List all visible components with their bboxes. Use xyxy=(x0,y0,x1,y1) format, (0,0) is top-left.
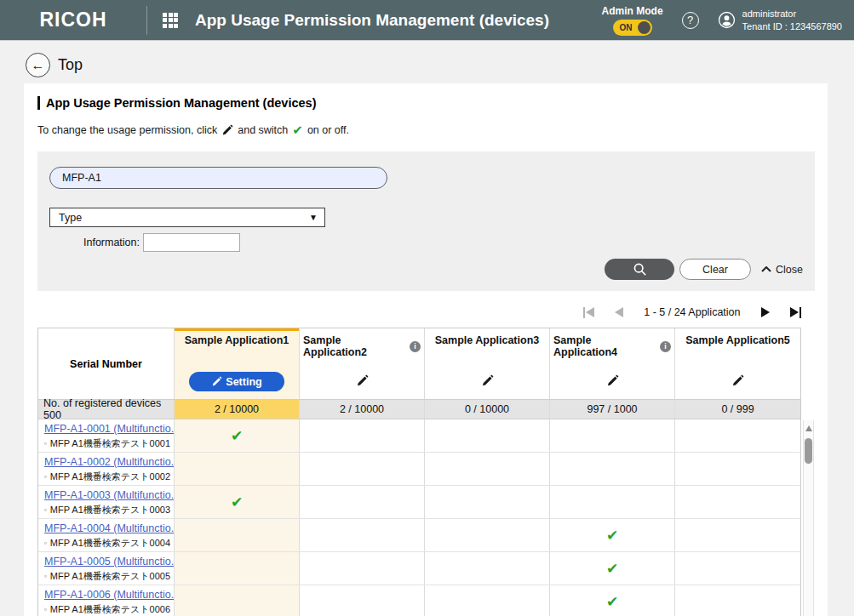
permission-cell[interactable]: ✔ xyxy=(175,419,300,452)
info-icon[interactable]: i xyxy=(660,341,671,352)
device-cell: MFP-A1-0004 (Multifunctio...MFP A1機番検索テス… xyxy=(38,519,175,551)
permission-cell[interactable] xyxy=(300,552,425,585)
info-icon[interactable]: i xyxy=(410,341,421,352)
search-actions: Clear Close xyxy=(605,259,803,280)
app-grid-icon[interactable] xyxy=(163,13,178,28)
setting-button[interactable]: Setting xyxy=(189,372,284,391)
permission-cell[interactable] xyxy=(300,519,425,551)
permission-cell[interactable]: ✔ xyxy=(550,519,675,551)
page-title: App Usage Permission Management (devices… xyxy=(37,96,317,110)
registered-devices-row: No. of registered devices 500 2 / 10000 … xyxy=(38,400,800,419)
device-link[interactable]: MFP-A1-0003 (Multifunctio... xyxy=(44,489,170,501)
next-page-button[interactable] xyxy=(761,307,770,317)
search-button[interactable] xyxy=(605,259,674,280)
prev-page-button[interactable] xyxy=(615,307,623,317)
device-rows: MFP-A1-0001 (Multifunctio...MFP A1機番検索テス… xyxy=(38,419,800,616)
header-divider xyxy=(146,6,147,35)
permission-cell[interactable] xyxy=(425,552,550,585)
permission-cell[interactable] xyxy=(675,419,800,452)
permission-cell[interactable] xyxy=(550,453,675,485)
information-input[interactable] xyxy=(143,233,240,252)
permission-cell[interactable] xyxy=(300,585,425,616)
check-icon: ✔ xyxy=(231,495,243,510)
device-note-icon xyxy=(44,539,47,548)
last-page-button[interactable] xyxy=(790,307,802,318)
device-subtext: MFP A1機番検索テスト0004 xyxy=(44,537,170,550)
permission-cell[interactable] xyxy=(675,519,800,551)
scrollbar-thumb[interactable] xyxy=(805,438,812,464)
device-cell: MFP-A1-0005 (Multifunctio...MFP A1機番検索テス… xyxy=(38,552,175,585)
permission-cell[interactable] xyxy=(675,585,800,616)
permission-cell[interactable] xyxy=(425,519,550,551)
device-link[interactable]: MFP-A1-0006 (Multifunctio... xyxy=(44,589,170,601)
permission-cell[interactable] xyxy=(175,552,300,585)
permission-cell[interactable] xyxy=(175,585,300,616)
permission-cell[interactable] xyxy=(300,486,425,518)
permission-cell[interactable] xyxy=(425,453,550,485)
permission-cell[interactable] xyxy=(550,486,675,518)
device-subtext: MFP A1機番検索テスト0003 xyxy=(44,504,170,516)
first-page-button[interactable] xyxy=(583,307,595,318)
scroll-up-icon[interactable] xyxy=(805,425,812,431)
admin-mode-toggle[interactable]: ON xyxy=(613,20,652,36)
permission-cell[interactable] xyxy=(675,552,800,585)
device-link[interactable]: MFP-A1-0001 (Multifunctio... xyxy=(44,423,170,435)
permission-cell[interactable] xyxy=(675,486,800,518)
permission-cell[interactable] xyxy=(175,453,300,485)
top-bar: RICOH App Usage Permission Management (d… xyxy=(0,0,854,41)
permission-cell[interactable]: ✔ xyxy=(550,552,675,585)
instruction-text: To change the usage permission, click an… xyxy=(37,123,349,138)
permission-cell[interactable] xyxy=(425,585,550,616)
device-link[interactable]: MFP-A1-0005 (Multifunctio... xyxy=(44,556,170,568)
permission-cell[interactable]: ✔ xyxy=(550,585,675,616)
pencil-icon xyxy=(731,374,744,387)
back-label: Top xyxy=(58,56,83,74)
device-cell: MFP-A1-0006 (Multifunctio...MFP A1機番検索テス… xyxy=(38,585,175,616)
setting-label: Setting xyxy=(226,376,261,388)
keyword-search-input[interactable] xyxy=(49,167,387,189)
app-column-header-2: Sample Application2i xyxy=(300,328,425,399)
device-cell: MFP-A1-0003 (Multifunctio...MFP A1機番検索テス… xyxy=(38,486,175,518)
app3-count: 0 / 10000 xyxy=(425,400,550,419)
user-info-text: administrator Tenant ID : 1234567890 xyxy=(742,8,842,32)
permission-cell[interactable]: ✔ xyxy=(175,486,300,518)
permission-cell[interactable] xyxy=(675,453,800,485)
app4-name: Sample Application4 xyxy=(553,334,656,358)
app3-name: Sample Application3 xyxy=(435,334,539,346)
permission-cell[interactable] xyxy=(425,419,550,452)
app5-count: 0 / 999 xyxy=(675,400,800,419)
edit-pencil-button[interactable] xyxy=(481,374,494,391)
type-select[interactable]: Type ▼ xyxy=(49,208,325,227)
device-note-icon xyxy=(44,439,47,448)
device-link[interactable]: MFP-A1-0002 (Multifunctio... xyxy=(44,456,170,468)
permission-cell[interactable] xyxy=(175,519,300,551)
app-column-header-1: Sample Application1 Setting xyxy=(175,328,300,399)
clear-button[interactable]: Clear xyxy=(679,259,751,280)
table-row: MFP-A1-0002 (Multifunctio...MFP A1機番検索テス… xyxy=(38,453,800,486)
user-avatar-icon xyxy=(718,11,736,29)
toggle-knob-icon xyxy=(638,21,651,34)
information-label: Information: xyxy=(49,237,143,248)
table-header-row: Serial Number Sample Application1 Settin… xyxy=(38,328,800,400)
user-block[interactable]: administrator Tenant ID : 1234567890 xyxy=(718,8,842,32)
device-link[interactable]: MFP-A1-0004 (Multifunctio... xyxy=(44,522,170,534)
search-icon xyxy=(633,262,647,277)
edit-pencil-button[interactable] xyxy=(606,374,619,391)
permission-cell[interactable] xyxy=(300,419,425,452)
instruction-middle: and switch xyxy=(238,124,288,136)
device-subtext: MFP A1機番検索テスト0002 xyxy=(44,471,170,483)
back-to-top[interactable]: ← Top xyxy=(26,53,83,77)
edit-pencil-button[interactable] xyxy=(356,374,369,391)
table-scrollbar[interactable] xyxy=(803,420,814,616)
edit-pencil-button[interactable] xyxy=(731,374,744,391)
permission-cell[interactable] xyxy=(300,453,425,485)
main-card: App Usage Permission Management (devices… xyxy=(24,83,828,616)
permission-cell[interactable] xyxy=(425,486,550,518)
help-icon[interactable]: ? xyxy=(682,12,699,29)
admin-mode-block: Admin Mode ON xyxy=(602,5,663,36)
app2-name: Sample Application2 xyxy=(303,334,406,358)
permission-cell[interactable] xyxy=(550,419,675,452)
back-arrow-icon[interactable]: ← xyxy=(26,53,50,77)
close-panel-button[interactable]: Close xyxy=(761,264,803,276)
pencil-icon xyxy=(211,376,222,387)
